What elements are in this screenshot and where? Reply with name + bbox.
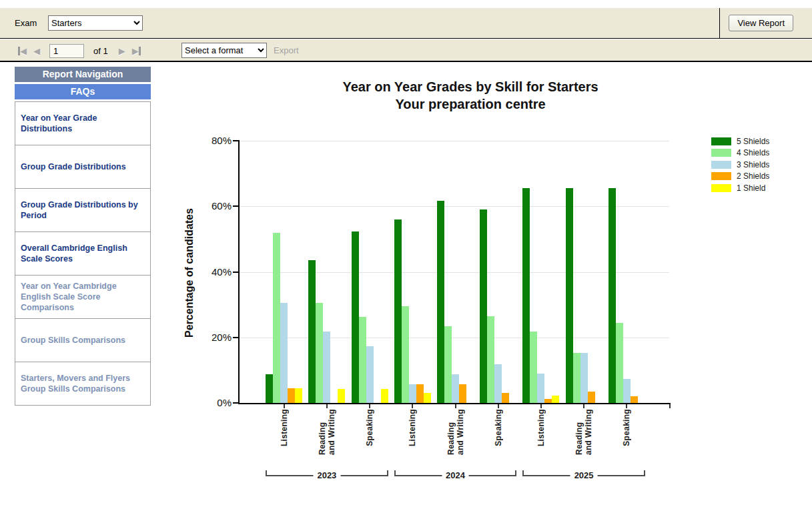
sidebar-item[interactable]: Year on Year Cambridge English Scale Sco… [15,275,151,319]
bar-5-shields [522,188,530,403]
bar-4-shields [616,323,623,403]
year-bracket [266,470,388,476]
bar-5-shields [308,260,316,403]
bar-4-shields [487,316,494,403]
legend-item: 1 Shield [711,182,765,193]
exam-select[interactable]: Starters [48,15,143,31]
bar-5-shields [437,201,444,403]
bar-1-shield [381,389,388,403]
legend-item: 4 Shields [711,147,769,159]
bar-4-shields [573,353,580,403]
bar-5-shields [608,188,616,403]
x-axis-category-label: Listening [408,409,417,446]
bar-4-shields [444,326,452,403]
grid-line [238,338,669,338]
x-axis-tick [626,404,627,408]
previous-page-button[interactable]: ◀ [32,45,41,57]
x-axis-tick [284,404,285,408]
previous-page-icon: ◀ [33,46,40,56]
x-axis-category-label: Reading and Writing [318,409,336,455]
sidebar-item[interactable]: Overall Cambridge English Scale Scores [15,231,151,276]
x-axis-end-tick [669,404,671,408]
legend-item: 2 Shields [711,171,769,182]
bar-1-shield [338,389,345,403]
sidebar-item[interactable]: Group Grade Distributions by Period [15,188,151,232]
chart-title: Year on Year Grades by Skill for Starter… [200,78,741,113]
x-axis-tick [540,404,542,408]
bar-1-shield [424,393,431,403]
current-page-input[interactable] [49,44,84,58]
sidebar-item-list: Year on Year Grade DistributionsGroup Gr… [15,101,151,406]
bar-2-shields [502,393,509,403]
bar-2-shields [416,384,424,403]
y-axis-tick [233,205,238,207]
bar-3-shields [494,364,502,403]
report-viewer-page: Exam Starters View Report ◀ ◀ of 1 ▶ ▶ S… [0,0,812,507]
report-navigation-sidebar: Report Navigation FAQs Year on Year Grad… [15,67,151,406]
sidebar-item[interactable]: Group Grade Distributions [15,145,151,189]
y-axis-title: Percentage of candidates [183,193,195,353]
x-axis-tick [455,404,456,408]
y-axis-tick [233,140,238,141]
next-page-button[interactable]: ▶ [117,45,127,57]
last-page-icon: ▶ [132,46,139,56]
page-count-label: of 1 [93,46,108,56]
bar-3-shields [323,332,330,403]
y-axis-tick [233,402,238,404]
pagination-controls: ◀ ◀ of 1 ▶ ▶ [17,43,142,58]
x-axis-tick [412,404,413,408]
y-axis-line [238,140,240,404]
x-axis-tick [498,404,499,408]
last-page-icon [139,47,141,55]
next-page-icon: ▶ [119,46,125,56]
bar-4-shields [273,233,280,403]
parameter-toolbar: Exam Starters View Report [0,8,812,39]
x-axis-category-label: Speaking [365,409,374,446]
bar-2-shields [459,384,466,403]
y-axis-tick-label: 80% [191,135,232,146]
bar-5-shields [352,231,359,403]
bar-4-shields [402,306,409,403]
bar-2-shields [544,399,552,403]
bar-3-shields [537,374,544,403]
sidebar-item[interactable]: Year on Year Grade Distributions [15,101,151,145]
export-link: Export [274,45,299,55]
bar-2-shields [588,392,595,403]
legend-swatch-icon [711,161,731,169]
y-axis-tick-label: 20% [191,332,232,343]
view-report-section: View Report [719,8,812,38]
chart-title-line1: Year on Year Grades by Skill for Starter… [200,78,741,95]
bar-1-shield [295,388,302,403]
last-page-button[interactable]: ▶ [131,45,142,57]
x-axis-tick [369,404,370,408]
export-format-select[interactable]: Select a format [181,43,267,58]
bar-2-shields [288,388,295,403]
y-axis-tick [233,272,238,273]
x-axis-line [238,403,671,404]
legend-item: 5 Shields [711,135,769,147]
bar-5-shields [266,374,273,403]
grid-line [238,272,669,273]
bar-5-shields [394,219,402,403]
sidebar-item[interactable]: Starters, Movers and Flyers Group Skills… [15,362,151,406]
x-axis-category-label: Listening [536,409,546,446]
bar-3-shields [623,379,631,403]
sidebar-faqs-header[interactable]: FAQs [15,84,151,99]
legend-swatch-icon [711,184,731,192]
x-axis-tick [583,404,584,408]
legend-swatch-icon [711,137,731,145]
x-axis-category-label: Speaking [622,409,631,446]
view-report-button[interactable]: View Report [729,15,793,31]
bar-5-shields [566,188,573,403]
y-axis-tick [233,337,238,338]
y-axis-tick-label: 40% [191,266,232,278]
legend-label: 5 Shields [737,137,769,146]
year-label: 2025 [570,470,598,480]
grid-line [238,141,669,141]
x-axis-tick [326,404,328,408]
x-axis-category-label: Reading and Writing [574,409,593,455]
legend-label: 4 Shields [737,148,769,157]
sidebar-item[interactable]: Group Skills Comparisons [15,318,151,362]
y-axis-tick-label: 0% [191,397,232,408]
first-page-button[interactable]: ◀ [17,45,28,57]
